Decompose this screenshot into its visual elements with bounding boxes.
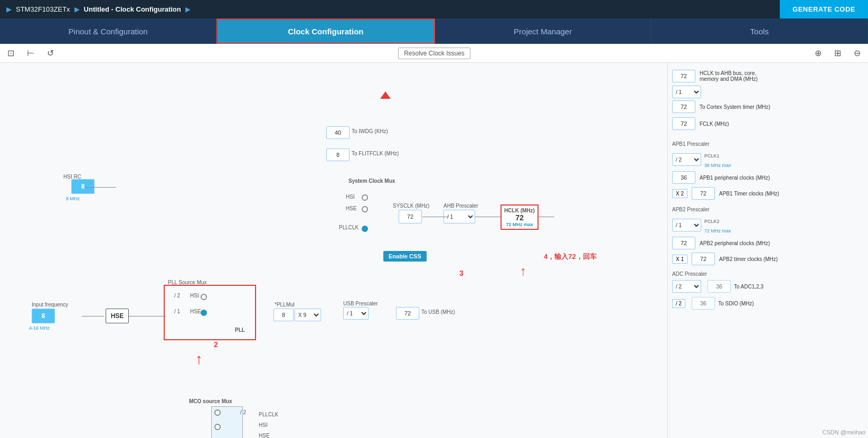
clock-area: 8 HSI RC 8 MHz Input frequency 8 4-16 MH… — [0, 63, 667, 438]
sysclk-pll-radio[interactable] — [362, 226, 368, 232]
hclk-ahb-value[interactable]: 72 — [672, 70, 695, 82]
sdio-value[interactable]: 36 — [692, 297, 715, 310]
refresh-button[interactable]: ↺ — [44, 47, 57, 59]
input-range-label: 4-16 MHz — [29, 325, 50, 331]
hsi-rc-box[interactable]: 8 — [71, 179, 95, 194]
sysclk-label: SYSCLK (MHz) — [393, 203, 429, 209]
pllmul-label: *PLLMul — [275, 302, 295, 307]
fclk-value[interactable]: 72 — [672, 117, 695, 130]
enable-css-button[interactable]: Enable CSS — [383, 251, 427, 262]
hse-label-mux: HSE — [190, 309, 201, 314]
zoom-in-button[interactable]: ⊕ — [812, 47, 825, 59]
apb1-timer-label: APB1 Timer clocks (MHz) — [719, 191, 779, 197]
page-title: Untitled - Clock Configuration — [84, 5, 181, 13]
apb2-timer-value[interactable]: 72 — [692, 253, 715, 265]
zoom-fit-button[interactable]: ⊞ — [831, 47, 844, 59]
tab-pinout[interactable]: Pinout & Configuration — [0, 18, 216, 44]
copy-button[interactable]: ⊡ — [4, 47, 17, 59]
to-usb-label: To USB (MHz) — [421, 309, 455, 315]
to-sdio-label: To SDIO (MHz) — [718, 301, 754, 306]
pclk2-max: 72 MHz max — [704, 228, 731, 234]
input-freq-label: Input frequency — [32, 302, 68, 307]
hclk-ahb-label: HCLK to AHB bus, core, memory and DMA (M… — [700, 70, 758, 82]
usb-prescaler-select[interactable]: / 1/ 1.5 — [343, 307, 369, 320]
adc-div-select[interactable]: / 2/ 4 — [672, 280, 701, 293]
apb1-periph-value[interactable]: 36 — [672, 171, 695, 184]
apb1-div-select[interactable]: / 2/ 1 — [672, 153, 701, 166]
sysclk-hse-radio[interactable] — [362, 206, 368, 212]
adc-value[interactable]: 36 — [707, 280, 731, 293]
mco-hse-label: HSE — [259, 433, 270, 438]
pclk1-label: PCLK1 — [704, 153, 720, 159]
iwdg-value-box[interactable]: 40 — [326, 126, 350, 139]
apb2-prescaler-label: APB2 Prescaler — [672, 207, 710, 212]
toolbar: ⊡ ⊢ ↺ Resolve Clock Issues ⊕ ⊞ ⊖ — [0, 44, 868, 63]
pll-hsi-radio[interactable] — [201, 294, 207, 300]
to-adc-label: To ADC1,2,3 — [734, 284, 763, 290]
main-content: 8 HSI RC 8 MHz Input frequency 8 4-16 MH… — [0, 63, 868, 438]
apb1-periph-label: APB1 peripheral clocks (MHz) — [700, 175, 770, 181]
triangle-icon: ▶ — [6, 5, 12, 13]
pclk2-label: PCLK2 — [704, 219, 720, 224]
usb-prescaler-label: USB Prescaler — [343, 301, 378, 306]
hsi-mux-label: HSI — [346, 194, 355, 200]
input-value-box[interactable]: 8 — [32, 309, 55, 323]
mco-hsi-label: HSI — [259, 422, 268, 428]
annotation-3: 3 — [459, 269, 464, 277]
brand-area: ▶ STM32F103ZETx ▶ Untitled - Clock Confi… — [0, 0, 197, 18]
arrow-2: ↑ — [195, 351, 203, 368]
arrow-tab-indicator — [380, 91, 391, 99]
apb1-cortex-select[interactable]: / 1 — [672, 86, 701, 98]
resolve-clock-button[interactable]: Resolve Clock Issues — [398, 48, 470, 59]
apb1-timer-value[interactable]: 72 — [692, 187, 715, 200]
apb2-periph-label: APB2 peripheral clocks (MHz) — [700, 240, 770, 246]
pclk1-max: 36 MHz max — [704, 163, 731, 168]
pll-source-mux-label: PLL Source Mux — [168, 279, 207, 285]
paste-button[interactable]: ⊢ — [24, 47, 37, 59]
hclk-box[interactable]: HCLK (MHz) 72 72 MHz max — [501, 204, 539, 230]
fclk-label: FCLK (MHz) — [700, 121, 729, 127]
hsi-div2-label: / 2 — [174, 293, 180, 299]
cortex-label: To Cortex System timer (MHz) — [700, 104, 770, 110]
tab-tools[interactable]: Tools — [652, 18, 868, 44]
ahb-prescaler-label: AHB Prescaler — [444, 203, 478, 209]
chevron-icon: ▶ — [74, 5, 80, 13]
annotation-2: 2 — [214, 340, 218, 349]
hsi-freq-label: 8 MHz — [66, 196, 80, 201]
to-flit-label: To FLITFCLK (MHz) — [352, 151, 399, 156]
zoom-out-button[interactable]: ⊖ — [851, 47, 864, 59]
pll-hse-radio[interactable] — [201, 310, 207, 316]
mco-mux-shape — [211, 406, 243, 438]
div1-label-pll: / 1 — [174, 309, 180, 314]
nav-tabs: Pinout & Configuration Clock Configurati… — [0, 18, 868, 44]
mco-pll-radio[interactable] — [214, 409, 221, 416]
usb-value-box[interactable]: 72 — [396, 307, 419, 320]
tab-clock[interactable]: Clock Configuration — [216, 18, 435, 44]
hse-box[interactable]: HSE — [106, 309, 129, 323]
arrow-4: ↑ — [520, 264, 526, 278]
pllmul-value-box[interactable]: 8 — [273, 309, 294, 321]
flit-value-box[interactable]: 8 — [326, 148, 350, 161]
sysclk-value-box[interactable]: 72 — [399, 210, 422, 223]
mco-pllclk-label: PLLCLK — [259, 412, 278, 417]
watermark: CSDN @meihao — [823, 429, 865, 435]
brand-label: STM32F103ZETx — [16, 5, 70, 13]
apb2-periph-value[interactable]: 72 — [672, 237, 695, 249]
annotation-4: 4，输入72，回车 — [544, 252, 597, 262]
pll-label: PLL — [235, 327, 245, 333]
pllmul-select[interactable]: X 9X 8X 7 — [295, 309, 321, 321]
adc-prescaler-label: ADC Prescaler — [672, 271, 707, 277]
chevron-icon2: ▶ — [185, 5, 191, 13]
mco-source-label: MCO source Mux — [189, 398, 232, 404]
mco-hsi-radio[interactable] — [214, 424, 221, 430]
generate-code-button[interactable]: GENERATE CODE — [780, 0, 868, 18]
to-iwdg-label: To IWDG (KHz) — [352, 128, 388, 134]
hsi-label-mux: HSI — [190, 293, 199, 299]
apb2-timer-label: APB2 timer clocks (MHz) — [719, 256, 778, 262]
cortex-value[interactable]: 72 — [672, 100, 695, 113]
hsi-rc-label: HSI RC — [63, 174, 81, 180]
top-bar: ▶ STM32F103ZETx ▶ Untitled - Clock Confi… — [0, 0, 868, 18]
sysclk-hsi-radio[interactable] — [362, 194, 368, 201]
apb2-div-select[interactable]: / 1/ 2 — [672, 219, 701, 231]
tab-project[interactable]: Project Manager — [435, 18, 652, 44]
